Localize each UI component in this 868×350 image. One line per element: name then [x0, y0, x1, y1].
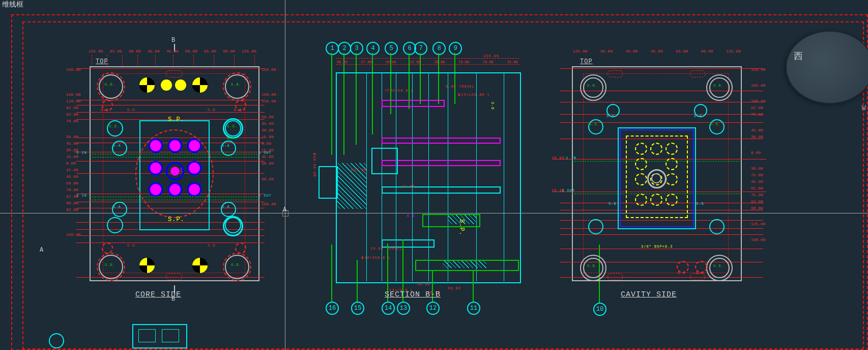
gp-tr	[223, 118, 243, 139]
section-a-right: A	[283, 206, 287, 213]
cad-canvas[interactable]: 维线框 西 W TOP B B A A 125.00 85.00 60.00 4…	[0, 0, 868, 350]
return-pin-4	[192, 258, 208, 273]
core-3out: 3 OUT	[258, 151, 272, 155]
bal-3: 3	[350, 42, 363, 55]
bal-15: 15	[351, 302, 364, 315]
bal-8: 8	[432, 42, 446, 55]
bal-13: 13	[397, 302, 410, 315]
misc-circle	[49, 333, 64, 348]
cgs-tl	[588, 119, 603, 134]
sp-bot: S.P.	[168, 216, 185, 223]
cgs-tr	[709, 119, 725, 134]
sa-4	[221, 202, 236, 217]
cavity-title: CAVITY SIDE	[621, 290, 677, 299]
sp-top: S.P.	[168, 116, 185, 123]
core-2out: 2 OUT	[258, 194, 272, 198]
cav-slot-bl	[607, 273, 623, 280]
cavity-insert	[371, 148, 398, 174]
slot-bot	[166, 273, 182, 280]
bal-2: 2	[338, 42, 351, 55]
locating-ring	[319, 166, 338, 199]
slot-top	[166, 70, 182, 77]
sb-br	[235, 243, 246, 254]
cavity-right-dims: 150.00 185.00 100.00 82.00 75.00 45.00 3…	[751, 66, 775, 243]
section-b-top: B	[171, 37, 176, 44]
core-top-dims: 125.00 85.00 60.00 45.00 45.00 60.00 85.…	[89, 48, 256, 55]
pin-2	[382, 138, 501, 144]
ej-1	[149, 139, 163, 153]
core-3in: 3 IN	[76, 151, 87, 155]
cavity-top-dims: 125.00 85.00 45.00 45.00 85.00 90.00 125…	[573, 48, 741, 55]
bal-7: 7	[414, 42, 427, 55]
core-right-dims: 150.00 150.00 110.00 50.00 45.00 30.00 1…	[262, 66, 286, 207]
bal-14: 14	[382, 302, 395, 315]
cav-slot-br	[690, 273, 705, 280]
core-2in: 2 IN	[76, 194, 87, 198]
section-bb-view: 1 2 3 4 5 6 7 8 9 256.00 80.00 67.00 30.…	[295, 36, 544, 321]
bsp-note: 3/8" BSP×0.3	[641, 245, 673, 249]
sa-1	[112, 141, 127, 156]
gs-tl	[107, 120, 123, 137]
core-title: CORE SIDE	[135, 290, 181, 299]
bal-1: 1	[326, 42, 339, 55]
cgs-bl	[588, 219, 603, 234]
pin-3	[382, 160, 501, 166]
view-cube-axis-label: W	[862, 104, 866, 112]
return-pin-3	[139, 258, 155, 273]
cavity-top-label: TOP	[580, 58, 593, 65]
bal-16: 16	[326, 302, 339, 315]
view-cube[interactable]: 西	[786, 31, 868, 104]
ko-center	[166, 162, 184, 180]
bal-12: 12	[426, 302, 440, 315]
sec-topdims: 80.00 67.00 30.00 13.00 30.00 76.00 70.0…	[337, 60, 518, 64]
sa-2	[221, 141, 236, 156]
return-pin-2	[192, 77, 208, 93]
gp-br	[223, 216, 243, 236]
bal-5: 5	[385, 42, 398, 55]
lead1	[331, 53, 332, 155]
section-title: SECTION B-B	[385, 290, 441, 299]
pin-1	[382, 100, 445, 107]
yellow-spot-top	[161, 79, 172, 91]
core-side-view: TOP B B A A 125.00 85.00 60.00 45.00 45.…	[46, 41, 280, 306]
bal-9: 9	[449, 42, 462, 55]
bal-4: 4	[366, 42, 380, 55]
gs-bl	[107, 217, 123, 233]
sa-3	[112, 202, 127, 217]
cav-slot-tr	[690, 70, 705, 77]
return-pin-1	[139, 77, 155, 93]
section-a-left: A	[40, 247, 44, 254]
cavity-1in: 1 IN	[566, 156, 576, 160]
corner-legend: 维线框	[2, 0, 23, 9]
cav-slot-tl	[607, 70, 623, 77]
sb-bl	[102, 243, 113, 254]
dim-overall	[336, 58, 519, 59]
core-top-ticks	[92, 55, 254, 67]
view-cube-face-label: 西	[794, 50, 803, 62]
cavity-1out: 1 OUT	[562, 189, 575, 193]
bal-11: 11	[467, 302, 480, 315]
cgs-br	[709, 219, 725, 234]
cavity-side-view: TOP 125.00 85.00 45.00 45.00 85.00 90.00…	[549, 41, 789, 306]
